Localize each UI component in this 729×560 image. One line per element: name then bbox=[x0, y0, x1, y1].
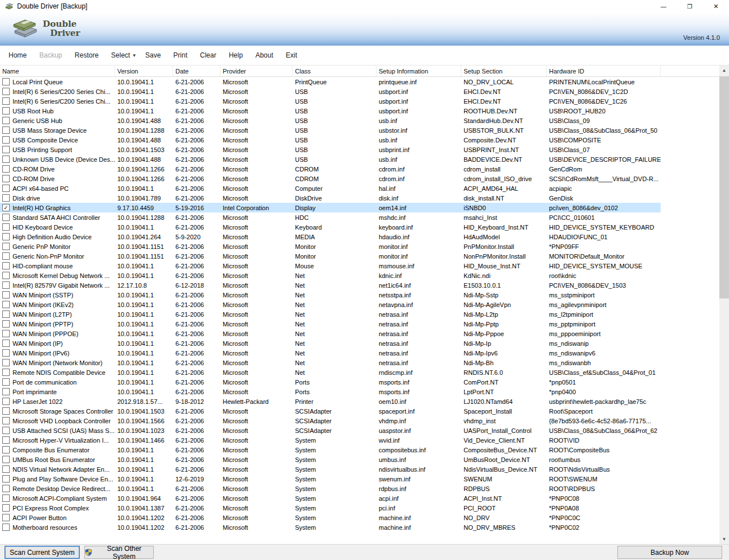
table-row[interactable]: HP LaserJet 10222012.918.1.57...9-18-201… bbox=[0, 397, 661, 406]
row-checkbox[interactable] bbox=[2, 136, 10, 144]
toolbar-item-save[interactable]: Save bbox=[139, 51, 167, 59]
row-checkbox[interactable] bbox=[2, 456, 10, 463]
row-checkbox[interactable] bbox=[2, 369, 10, 376]
vertical-scrollbar[interactable]: ▲ ▼ bbox=[719, 66, 729, 544]
column-header-class[interactable]: Class bbox=[293, 66, 376, 76]
toolbar-item-restore[interactable]: Restore bbox=[68, 51, 105, 59]
row-checkbox[interactable] bbox=[2, 494, 10, 502]
column-header-setup-section[interactable]: Setup Section bbox=[461, 66, 547, 76]
column-header-date[interactable]: Date bbox=[173, 66, 220, 76]
table-row[interactable]: Intel(R) 6 Series/C200 Series Chi...10.0… bbox=[0, 87, 661, 96]
table-row[interactable]: Composite Bus Enumerator10.0.19041.16-21… bbox=[0, 445, 661, 455]
row-checkbox[interactable] bbox=[2, 97, 10, 105]
table-row[interactable]: Microsoft VHD Loopback Controller10.0.19… bbox=[0, 416, 661, 426]
table-row[interactable]: Disk drive10.0.19041.7896-21-2006Microso… bbox=[0, 193, 661, 203]
table-row[interactable]: Intel(R) 82579V Gigabit Network ...12.17… bbox=[0, 280, 661, 290]
table-row[interactable]: Port imprimante10.0.19041.16-21-2006Micr… bbox=[0, 387, 661, 397]
toolbar-item-about[interactable]: About bbox=[249, 51, 279, 59]
table-row[interactable]: Unknown USB Device (Device Des...10.0.19… bbox=[0, 154, 661, 164]
toolbar-item-exit[interactable]: Exit bbox=[280, 51, 304, 59]
row-checkbox[interactable] bbox=[2, 243, 10, 250]
table-row[interactable]: WAN Miniport (PPPOE)10.0.19041.16-21-200… bbox=[0, 329, 661, 338]
toolbar-item-help[interactable]: Help bbox=[223, 51, 249, 59]
table-row[interactable]: CD-ROM Drive10.0.19041.12666-21-2006Micr… bbox=[0, 164, 661, 174]
table-row[interactable]: WAN Miniport (Network Monitor)10.0.19041… bbox=[0, 358, 661, 367]
row-checkbox[interactable] bbox=[2, 281, 10, 289]
table-row[interactable]: Microsoft Kernel Debug Network ...10.0.1… bbox=[0, 271, 661, 280]
table-row[interactable]: ACPI Power Button10.0.19041.12026-21-200… bbox=[0, 513, 661, 522]
column-header-hardware-id[interactable]: Hardware ID bbox=[547, 66, 661, 76]
table-row[interactable]: HID-compliant mouse10.0.19041.16-21-2006… bbox=[0, 261, 661, 271]
row-checkbox[interactable] bbox=[2, 165, 10, 173]
table-row[interactable]: Remote Desktop Device Redirect...10.0.19… bbox=[0, 484, 661, 493]
row-checkbox[interactable] bbox=[2, 475, 10, 483]
row-checkbox[interactable] bbox=[2, 504, 10, 512]
table-row[interactable]: PCI Express Root Complex10.0.19041.13876… bbox=[0, 503, 661, 513]
toolbar-item-print[interactable]: Print bbox=[167, 51, 194, 59]
row-checkbox[interactable] bbox=[2, 233, 10, 240]
table-row[interactable]: Port de communication10.0.19041.16-21-20… bbox=[0, 377, 661, 387]
table-row[interactable]: USB Mass Storage Device10.0.19041.12886-… bbox=[0, 125, 661, 135]
table-row[interactable]: Microsoft Hyper-V Virtualization I...10.… bbox=[0, 435, 661, 445]
column-header-name[interactable]: Name bbox=[0, 66, 115, 76]
row-checkbox[interactable] bbox=[2, 398, 10, 405]
column-header-provider[interactable]: Provider bbox=[220, 66, 293, 76]
table-row[interactable]: WAN Miniport (PPTP)10.0.19041.16-21-2006… bbox=[0, 319, 661, 329]
table-row[interactable]: Standard SATA AHCI Controller10.0.19041.… bbox=[0, 212, 661, 222]
row-checkbox[interactable]: ✓ bbox=[2, 204, 10, 211]
table-row[interactable]: WAN Miniport (IPv6)10.0.19041.16-21-2006… bbox=[0, 348, 661, 358]
table-row[interactable]: WAN Miniport (L2TP)10.0.19041.16-21-2006… bbox=[0, 309, 661, 319]
row-checkbox[interactable] bbox=[2, 378, 10, 386]
row-checkbox[interactable] bbox=[2, 223, 10, 231]
row-checkbox[interactable] bbox=[2, 291, 10, 299]
row-checkbox[interactable] bbox=[2, 446, 10, 453]
table-row[interactable]: WAN Miniport (IP)10.0.19041.16-21-2006Mi… bbox=[0, 338, 661, 348]
backup-now-button[interactable]: Backup Now bbox=[617, 546, 722, 559]
row-checkbox[interactable] bbox=[2, 175, 10, 182]
minimize-button[interactable]: — bbox=[650, 0, 677, 13]
table-row[interactable]: CD-ROM Drive10.0.19041.12666-21-2006Micr… bbox=[0, 174, 661, 183]
table-row[interactable]: HID Keyboard Device10.0.19041.16-21-2006… bbox=[0, 222, 661, 232]
column-header-setup-information[interactable]: Setup Information bbox=[376, 66, 461, 76]
scrollbar-up-icon[interactable]: ▲ bbox=[719, 66, 729, 75]
row-checkbox[interactable] bbox=[2, 340, 10, 347]
toolbar-item-select[interactable]: Select bbox=[105, 51, 136, 59]
scrollbar-track[interactable] bbox=[719, 75, 729, 534]
row-checkbox[interactable] bbox=[2, 407, 10, 415]
table-row[interactable]: Generic USB Hub10.0.19041.4886-21-2006Mi… bbox=[0, 116, 661, 125]
row-checkbox[interactable] bbox=[2, 194, 10, 202]
table-row[interactable]: WAN Miniport (SSTP)10.0.19041.16-21-2006… bbox=[0, 290, 661, 300]
scrollbar-down-icon[interactable]: ▼ bbox=[719, 534, 729, 544]
table-row[interactable]: USB Root Hub10.0.19041.16-21-2006Microso… bbox=[0, 106, 661, 116]
row-checkbox[interactable] bbox=[2, 310, 10, 318]
table-row[interactable]: UMBus Root Bus Enumerator10.0.19041.16-2… bbox=[0, 455, 661, 464]
row-checkbox[interactable] bbox=[2, 320, 10, 328]
table-row[interactable]: Microsoft ACPI-Compliant System10.0.1904… bbox=[0, 493, 661, 503]
table-row[interactable]: NDIS Virtual Network Adapter En...10.0.1… bbox=[0, 464, 661, 474]
row-checkbox[interactable] bbox=[2, 117, 10, 124]
scan-other-system-button[interactable]: Scan Other System bbox=[84, 546, 154, 559]
toolbar-item-clear[interactable]: Clear bbox=[194, 51, 223, 59]
row-checkbox[interactable] bbox=[2, 485, 10, 492]
row-checkbox[interactable] bbox=[2, 349, 10, 357]
row-checkbox[interactable] bbox=[2, 388, 10, 395]
row-checkbox[interactable] bbox=[2, 126, 10, 134]
table-row[interactable]: Remote NDIS Compatible Device10.0.19041.… bbox=[0, 367, 661, 377]
row-checkbox[interactable] bbox=[2, 465, 10, 473]
maximize-button[interactable]: ❐ bbox=[677, 0, 703, 13]
table-row[interactable]: Generic PnP Monitor10.0.19041.11516-21-2… bbox=[0, 242, 661, 251]
row-checkbox[interactable] bbox=[2, 514, 10, 521]
scrollbar-thumb[interactable] bbox=[719, 76, 729, 299]
toolbar-item-home[interactable]: Home bbox=[2, 51, 33, 59]
row-checkbox[interactable] bbox=[2, 301, 10, 308]
row-checkbox[interactable] bbox=[2, 330, 10, 337]
row-checkbox[interactable] bbox=[2, 359, 10, 366]
select-dropdown-arrow-icon[interactable]: ▾ bbox=[133, 52, 139, 58]
table-row[interactable]: Local Print Queue10.0.19041.16-21-2006Mi… bbox=[0, 77, 661, 87]
row-checkbox[interactable] bbox=[2, 107, 10, 115]
row-checkbox[interactable] bbox=[2, 156, 10, 163]
row-checkbox[interactable] bbox=[2, 88, 10, 95]
row-checkbox[interactable] bbox=[2, 146, 10, 153]
row-checkbox[interactable] bbox=[2, 272, 10, 279]
table-row[interactable]: High Definition Audio Device10.0.19041.2… bbox=[0, 232, 661, 242]
